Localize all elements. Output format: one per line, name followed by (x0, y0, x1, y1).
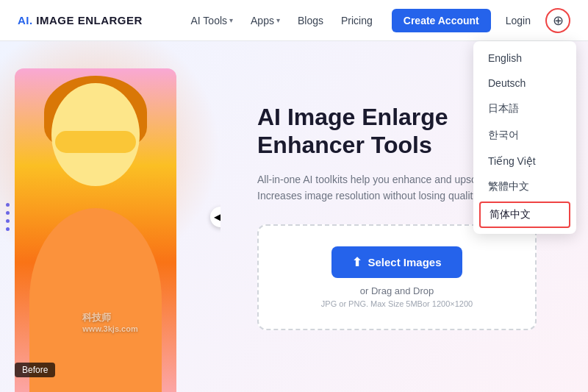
lang-item-traditional-chinese[interactable]: 繁體中文 (473, 174, 576, 200)
globe-icon: ⊕ (553, 13, 564, 29)
before-photo (15, 68, 176, 392)
before-label: Before (15, 363, 55, 377)
nav-label-ai-tools: AI Tools (190, 15, 227, 26)
hero-image-panel: 科技师 www.3kjs.com Before ◀▶ (0, 41, 220, 392)
lang-item-simplified-chinese[interactable]: 简体中文 (479, 202, 570, 228)
nav-label-blogs: Blogs (298, 15, 323, 26)
upload-icon: ⬆ (352, 255, 362, 269)
navbar: AI. IMAGE ENLARGER AI Tools ▾ Apps ▾ Blo… (0, 0, 588, 41)
watermark-text: 科技师 (82, 312, 111, 323)
logo-accent: AI. (18, 14, 33, 26)
hero-title-line2: Enhancer Tools (257, 132, 432, 158)
watermark: 科技师 www.3kjs.com (82, 311, 137, 333)
lang-item-korean[interactable]: 한국어 (473, 122, 576, 149)
upload-box: ⬆ Select Images or Drag and Drop JPG or … (257, 224, 537, 330)
nav-label-pricing: Pricing (341, 15, 373, 26)
file-size-text: JPG or PNG. Max Size 5MBor 1200×1200 (321, 299, 473, 308)
language-globe-button[interactable]: ⊕ (545, 8, 570, 33)
nav-links: AI Tools ▾ Apps ▾ Blogs Pricing (183, 10, 379, 31)
select-images-button[interactable]: ⬆ Select Images (331, 246, 462, 278)
language-dropdown: English Deutsch 日本語 한국어 Tiếng Việt 繁體中文 … (473, 41, 576, 234)
hero-title-line1: AI Image Enlarge (257, 104, 448, 130)
nav-item-apps[interactable]: Apps ▾ (243, 10, 287, 31)
drag-drop-text: or Drag and Drop (360, 285, 434, 296)
lang-item-english[interactable]: English (473, 46, 576, 71)
logo: AI. IMAGE ENLARGER (18, 14, 143, 26)
login-button[interactable]: Login (498, 9, 538, 32)
glasses (55, 131, 136, 153)
nav-item-pricing[interactable]: Pricing (334, 10, 380, 31)
nav-item-blogs[interactable]: Blogs (290, 10, 331, 31)
lang-item-deutsch[interactable]: Deutsch (473, 71, 576, 96)
face (51, 83, 140, 186)
compare-slider[interactable]: ◀▶ (210, 207, 220, 227)
create-account-button[interactable]: Create Account (392, 9, 491, 32)
nav-item-ai-tools[interactable]: AI Tools ▾ (183, 10, 240, 31)
nav-label-apps: Apps (251, 15, 274, 26)
watermark-url: www.3kjs.com (82, 324, 137, 333)
chevron-icon: ▾ (229, 16, 233, 24)
lang-item-vietnamese[interactable]: Tiếng Việt (473, 149, 576, 174)
lang-item-japanese[interactable]: 日本語 (473, 96, 576, 122)
chevron-icon: ▾ (276, 16, 280, 24)
select-images-label: Select Images (368, 256, 441, 268)
